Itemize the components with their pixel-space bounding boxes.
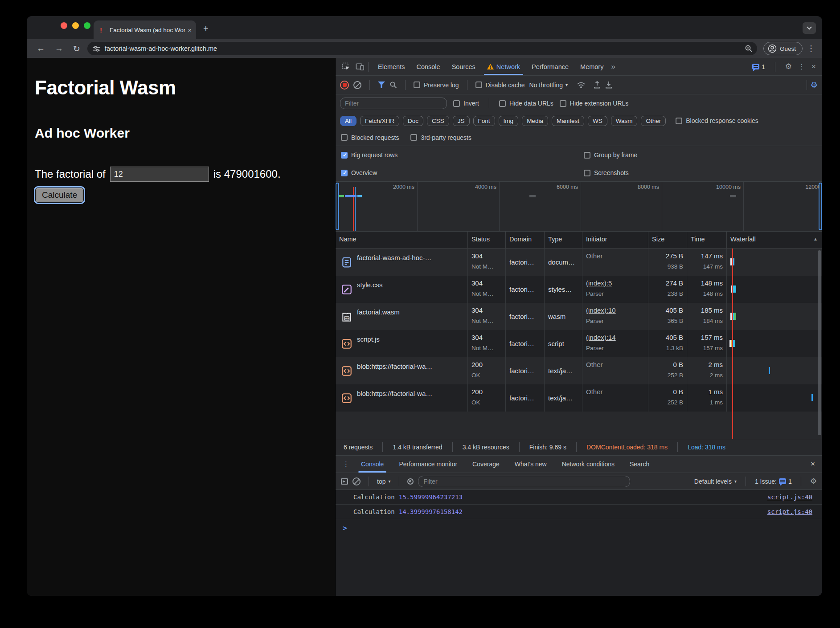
drawer-tab-coverage[interactable]: Coverage bbox=[465, 456, 507, 473]
network-overview-timeline[interactable]: 2000 ms 4000 ms 6000 ms 8000 ms 10000 ms… bbox=[336, 182, 822, 232]
filter-chip-all[interactable]: All bbox=[340, 116, 356, 126]
inspect-element-icon[interactable] bbox=[342, 62, 350, 71]
filter-chip-doc[interactable]: Doc bbox=[403, 116, 423, 126]
column-header-domain[interactable]: Domain bbox=[506, 232, 545, 248]
filter-chip-css[interactable]: CSS bbox=[427, 116, 449, 126]
screenshots-checkbox[interactable]: Screenshots bbox=[584, 169, 822, 176]
new-tab-button[interactable]: + bbox=[203, 24, 209, 33]
blocked-response-cookies-checkbox[interactable]: Blocked response cookies bbox=[676, 117, 758, 124]
column-header-initiator[interactable]: Initiator bbox=[582, 232, 648, 248]
tab-performance[interactable]: Performance bbox=[526, 58, 574, 75]
live-expression-eye-icon[interactable] bbox=[407, 478, 414, 485]
drawer-menu-button[interactable]: ⋮ bbox=[339, 460, 353, 468]
filter-chip-manifest[interactable]: Manifest bbox=[552, 116, 584, 126]
column-header-status[interactable]: Status bbox=[468, 232, 506, 248]
device-toolbar-icon[interactable] bbox=[356, 63, 365, 71]
devtools-menu-button[interactable]: ⋮ bbox=[798, 62, 805, 71]
tab-console[interactable]: Console bbox=[410, 58, 446, 75]
filter-chip-js[interactable]: JS bbox=[453, 116, 470, 126]
execution-context-dropdown[interactable]: top▾ bbox=[377, 478, 391, 485]
network-filter-input[interactable] bbox=[340, 98, 447, 109]
blocked-requests-checkbox[interactable]: Blocked requests bbox=[341, 134, 399, 141]
drawer-tab-network-conditions[interactable]: Network conditions bbox=[555, 456, 622, 473]
throttling-dropdown[interactable]: No throttling▾ bbox=[529, 82, 568, 89]
issues-counter[interactable]: 1 bbox=[752, 63, 765, 70]
zoom-search-icon[interactable] bbox=[745, 45, 753, 53]
invert-checkbox[interactable]: Invert bbox=[453, 100, 479, 107]
big-request-rows-checkbox[interactable]: Big request rows bbox=[341, 151, 584, 159]
maximize-window-button[interactable] bbox=[84, 22, 90, 29]
browser-menu-button[interactable]: ⋮ bbox=[807, 44, 815, 53]
drawer-tab-performance-monitor[interactable]: Performance monitor bbox=[392, 456, 464, 473]
address-bar[interactable]: factorial-wasm-ad-hoc-worker.glitch.me bbox=[87, 42, 757, 55]
filter-chip-media[interactable]: Media bbox=[522, 116, 548, 126]
table-scrollbar[interactable] bbox=[818, 250, 821, 435]
filter-chip-other[interactable]: Other bbox=[641, 116, 666, 126]
clear-network-log-icon[interactable] bbox=[353, 81, 361, 89]
network-request-row[interactable]: style.css 304Not M… factori… styles… (in… bbox=[336, 276, 822, 303]
console-sidebar-icon[interactable] bbox=[341, 478, 348, 485]
source-link[interactable]: script.js:40 bbox=[767, 508, 812, 515]
initiator-link[interactable]: (index):5 bbox=[586, 279, 644, 287]
network-request-row[interactable]: script.js 304Not M… factori… script (ind… bbox=[336, 330, 822, 357]
overview-left-handle[interactable] bbox=[336, 183, 339, 230]
close-window-button[interactable] bbox=[61, 22, 67, 29]
tab-elements[interactable]: Elements bbox=[372, 58, 410, 75]
tab-search-button[interactable] bbox=[803, 22, 816, 34]
search-icon[interactable] bbox=[389, 81, 397, 89]
network-conditions-icon[interactable] bbox=[577, 82, 586, 89]
disable-cache-checkbox[interactable]: Disable cache bbox=[475, 82, 525, 89]
clear-console-icon[interactable] bbox=[352, 477, 361, 485]
back-button[interactable]: ← bbox=[37, 44, 45, 53]
profile-button[interactable]: Guest bbox=[763, 42, 803, 55]
filter-chip-font[interactable]: Font bbox=[473, 116, 495, 126]
filter-chip-img[interactable]: Img bbox=[499, 116, 519, 126]
column-header-waterfall[interactable]: Waterfall▲ bbox=[727, 232, 822, 248]
overview-checkbox[interactable]: Overview bbox=[341, 169, 584, 176]
hide-extension-urls-checkbox[interactable]: Hide extension URLs bbox=[560, 100, 629, 107]
console-message[interactable]: Calculation 14.39999976158142 script.js:… bbox=[336, 505, 822, 519]
preserve-log-checkbox[interactable]: Preserve log bbox=[414, 82, 459, 89]
site-settings-icon[interactable] bbox=[93, 45, 100, 53]
close-drawer-button[interactable]: × bbox=[811, 460, 822, 469]
network-request-row[interactable]: WA factorial.wasm 304Not M… factori… was… bbox=[336, 303, 822, 330]
drawer-tab-whats-new[interactable]: What's new bbox=[508, 456, 554, 473]
filter-funnel-icon[interactable] bbox=[378, 82, 385, 88]
minimize-window-button[interactable] bbox=[72, 22, 79, 29]
filter-chip-fetch-xhr[interactable]: Fetch/XHR bbox=[360, 116, 399, 126]
record-button[interactable] bbox=[340, 81, 349, 90]
drawer-tab-search[interactable]: Search bbox=[623, 456, 656, 473]
log-levels-dropdown[interactable]: Default levels▾ bbox=[694, 478, 737, 485]
reload-button[interactable]: ↻ bbox=[73, 44, 80, 54]
column-header-size[interactable]: Size bbox=[648, 232, 687, 248]
browser-tab[interactable]: ! Factorial Wasm (ad hoc Work × bbox=[94, 20, 196, 39]
settings-gear-icon[interactable]: ⚙ bbox=[785, 62, 792, 71]
initiator-link[interactable]: (index):10 bbox=[586, 306, 644, 314]
network-request-row[interactable]: factorial-wasm-ad-hoc-… 304Not M… factor… bbox=[336, 249, 822, 276]
third-party-requests-checkbox[interactable]: 3rd-party requests bbox=[410, 134, 471, 141]
close-devtools-button[interactable]: × bbox=[811, 62, 816, 71]
drawer-tab-console[interactable]: Console bbox=[354, 456, 391, 473]
column-header-type[interactable]: Type bbox=[545, 232, 582, 248]
tab-close-icon[interactable]: × bbox=[188, 26, 192, 34]
forward-button[interactable]: → bbox=[55, 44, 63, 53]
filter-chip-wasm[interactable]: Wasm bbox=[611, 116, 638, 126]
group-by-frame-checkbox[interactable]: Group by frame bbox=[584, 151, 822, 159]
hide-data-urls-checkbox[interactable]: Hide data URLs bbox=[499, 100, 553, 107]
console-message[interactable]: Calculation 15.59999964237213 script.js:… bbox=[336, 490, 822, 505]
factorial-input[interactable] bbox=[110, 167, 209, 182]
tab-network[interactable]: Network bbox=[481, 58, 526, 75]
more-tabs-button[interactable]: » bbox=[611, 62, 615, 71]
network-settings-gear-icon[interactable]: ⚙ bbox=[811, 80, 818, 90]
overview-right-handle[interactable] bbox=[819, 183, 822, 230]
console-prompt[interactable]: > bbox=[336, 519, 822, 532]
export-har-icon[interactable] bbox=[605, 81, 612, 89]
tab-memory[interactable]: Memory bbox=[574, 58, 609, 75]
initiator-link[interactable]: (index):14 bbox=[586, 334, 644, 341]
column-header-time[interactable]: Time bbox=[687, 232, 727, 248]
calculate-button[interactable]: Calculate bbox=[36, 188, 83, 202]
console-issues-counter[interactable]: 1 Issue: 1 bbox=[755, 478, 792, 485]
source-link[interactable]: script.js:40 bbox=[767, 493, 812, 501]
network-request-row[interactable]: blob:https://factorial-wa… 200OK factori… bbox=[336, 357, 822, 384]
console-settings-gear-icon[interactable]: ⚙ bbox=[810, 477, 817, 486]
